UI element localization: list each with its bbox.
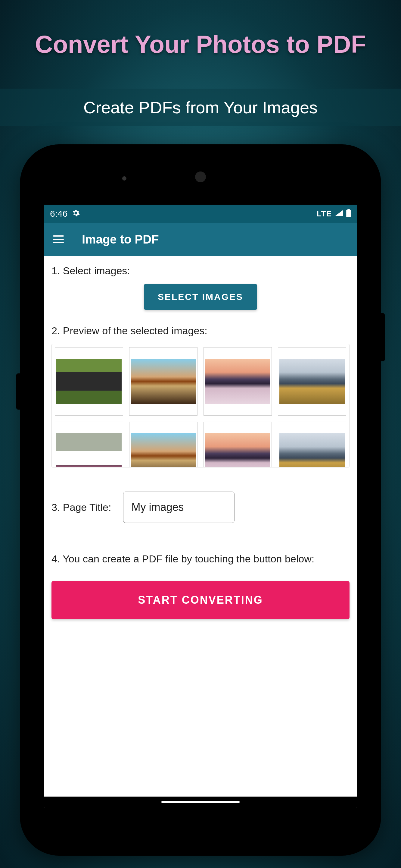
network-label: LTE [317,209,332,218]
svg-rect-1 [347,209,350,210]
page-title-input[interactable] [123,492,235,523]
promo-subtitle-bar: Create PDFs from Your Images [0,89,401,126]
home-indicator[interactable] [161,801,240,803]
status-right: LTE [317,209,351,218]
phone-sensor-dot [122,176,127,181]
image-thumbnail[interactable] [129,422,198,467]
app-bar: Image to PDF [44,223,357,256]
preview-container [52,344,349,467]
image-thumbnail[interactable] [203,347,272,415]
promo-title: Convert Your Photos to PDF [35,30,366,59]
image-thumbnail[interactable] [129,347,198,415]
image-thumbnail[interactable] [278,347,346,415]
step2-label: 2. Preview of the selected images: [52,325,349,337]
image-thumbnail[interactable] [55,422,123,467]
phone-frame: 6:46 LTE [20,144,381,856]
phone-screen: 6:46 LTE [44,205,357,807]
menu-icon[interactable] [53,236,64,243]
preview-grid [55,347,346,467]
step4-label: 4. You can create a PDF file by touching… [52,553,349,565]
step1-label: 1. Select images: [52,265,349,277]
image-thumbnail[interactable] [55,347,123,415]
page-title-row: 3. Page Title: [52,492,349,523]
svg-rect-0 [346,210,351,217]
start-converting-button[interactable]: START CONVERTING [52,581,349,619]
battery-icon [346,209,351,218]
phone-side-button-right [381,313,385,361]
phone-speaker [195,172,206,182]
image-thumbnail[interactable] [203,422,272,467]
navigation-bar [44,797,357,807]
status-left: 6:46 [50,209,80,219]
phone-side-button-left [16,373,20,410]
content-area: 1. Select images: SELECT IMAGES 2. Previ… [44,256,357,797]
status-bar: 6:46 LTE [44,205,357,223]
promo-background: Convert Your Photos to PDF Create PDFs f… [0,0,401,868]
gear-icon [72,209,80,218]
signal-icon [335,210,343,217]
promo-subtitle: Create PDFs from Your Images [83,98,318,117]
step3-label: 3. Page Title: [52,501,111,513]
image-thumbnail[interactable] [278,422,346,467]
status-time: 6:46 [50,209,67,219]
select-images-button[interactable]: SELECT IMAGES [144,284,257,310]
app-title: Image to PDF [82,233,159,246]
